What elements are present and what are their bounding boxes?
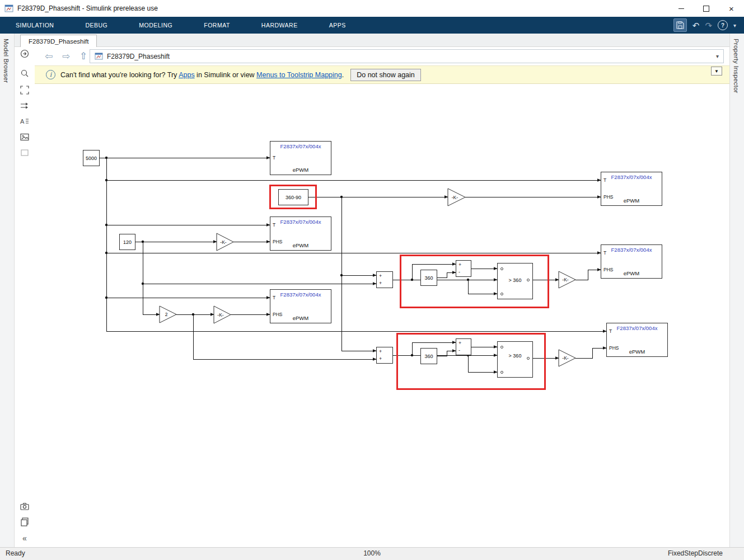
epwm-title: F2837x/07x/004x	[270, 291, 331, 298]
constant-block[interactable]: 360	[420, 348, 437, 364]
sum-block[interactable]: ++	[376, 347, 393, 364]
triangle-down-icon: ▼	[714, 69, 719, 74]
constant-value: 5000	[86, 156, 97, 161]
palette-toolbar: A «	[15, 47, 35, 547]
notification-middle: in Simulink or view	[195, 71, 256, 79]
signal-wire[interactable]	[468, 355, 497, 372]
auto-arrange-icon[interactable]	[17, 99, 32, 112]
menus-mapping-link[interactable]: Menus to Toolstrip Mapping	[256, 71, 342, 79]
toolstrip-tab-simulation[interactable]: SIMULATION	[0, 17, 69, 34]
breadcrumb-dropdown-icon[interactable]: ▾	[716, 53, 719, 59]
help-icon[interactable]: ?	[718, 20, 728, 30]
model-canvas[interactable]: -K--K--K-2-K--K-5000360-90120360360F2837…	[35, 84, 729, 547]
sum-sign: -	[458, 270, 460, 275]
undo-icon[interactable]: ↶	[692, 21, 700, 30]
up-button[interactable]: ⇧	[76, 49, 91, 63]
signal-wire[interactable]	[575, 270, 601, 280]
toolstrip-tab-apps[interactable]: APPS	[313, 17, 362, 34]
constant-value: 360-90	[286, 195, 301, 200]
epwm-block[interactable]: F2837x/07x/004xTPHSePWM	[606, 323, 668, 357]
info-icon: i	[46, 70, 55, 79]
capture-copy-icon[interactable]	[17, 515, 32, 529]
do-not-show-again-button[interactable]: Do not show again	[350, 69, 421, 81]
signal-wire[interactable]	[341, 197, 376, 275]
help-dropdown-icon[interactable]: ▾	[733, 22, 736, 29]
property-inspector-label: Property Inspector	[733, 39, 740, 93]
signal-wire[interactable]	[437, 272, 456, 277]
epwm-label: ePWM	[270, 315, 331, 321]
epwm-block[interactable]: F2837x/07x/004xTPHSePWM	[601, 244, 662, 279]
property-inspector-panel[interactable]: Property Inspector	[729, 34, 744, 547]
fit-to-view-icon[interactable]	[17, 83, 32, 97]
junction-dot	[105, 179, 107, 181]
back-button[interactable]: ⇦	[41, 49, 56, 63]
simulink-model-icon	[4, 4, 13, 13]
constant-block[interactable]: 360-90	[278, 189, 308, 205]
notification-text: Can't find what you're looking for? Try …	[60, 71, 344, 79]
apps-link[interactable]: Apps	[179, 71, 195, 79]
signal-wire[interactable]	[468, 280, 497, 294]
notification-prefix: Can't find what you're looking for? Try	[60, 71, 179, 79]
forward-button[interactable]: ⇨	[59, 49, 73, 63]
gain-label: -K-	[562, 277, 569, 283]
minimize-icon	[679, 8, 684, 9]
annotation-icon[interactable]: A	[17, 115, 32, 128]
zoom-level: 100%	[0, 549, 744, 557]
port-label-t: T	[273, 155, 275, 161]
notification-collapse-button[interactable]: ▼	[711, 67, 722, 76]
toolstrip-tab-debug[interactable]: DEBUG	[69, 17, 123, 34]
constant-block[interactable]: 120	[119, 234, 135, 250]
switch-port-marker	[500, 293, 503, 295]
toolstrip-tab-format[interactable]: FORMAT	[188, 17, 246, 34]
constant-block[interactable]: 5000	[83, 150, 100, 166]
switch-block[interactable]: > 360	[497, 341, 533, 378]
toolstrip-tab-hardware[interactable]: HARDWARE	[246, 17, 313, 34]
epwm-block[interactable]: F2837x/07x/004xTPHSePWM	[601, 172, 662, 206]
constant-value: 120	[123, 239, 132, 245]
save-button[interactable]	[673, 18, 687, 32]
collapse-toolbar-icon[interactable]: «	[17, 531, 32, 545]
hide-model-browser-icon[interactable]	[17, 47, 32, 60]
epwm-title: F2837x/07x/004x	[601, 174, 662, 180]
breadcrumb-path: F28379D_Phaseshift	[107, 53, 170, 60]
breadcrumb[interactable]: F28379D_Phaseshift ▾	[90, 49, 724, 63]
zoom-icon[interactable]	[17, 67, 32, 80]
model-browser-panel[interactable]: Model Browser	[0, 34, 15, 547]
port-label-t: T	[603, 177, 606, 183]
epwm-block[interactable]: F2837x/07x/004xTPHSePWM	[270, 217, 331, 251]
sum-block[interactable]: +-	[456, 260, 471, 277]
image-icon[interactable]	[17, 130, 32, 144]
constant-value: 360	[424, 275, 433, 281]
close-button[interactable]: ×	[719, 0, 744, 17]
junction-dot	[340, 196, 343, 198]
sum-block[interactable]: ++	[376, 271, 393, 288]
constant-block[interactable]: 360	[420, 270, 437, 286]
maximize-button[interactable]	[694, 0, 719, 17]
signal-wire[interactable]	[341, 275, 376, 351]
back-icon: ⇦	[45, 50, 53, 62]
epwm-title: F2837x/07x/004x	[270, 143, 331, 149]
sum-block[interactable]: +-	[456, 338, 471, 355]
title-bar: F28379D_Phaseshift - Simulink prerelease…	[0, 0, 744, 17]
breadcrumb-bar: ⇦ ⇨ ⇧ F28379D_Phaseshift ▾	[35, 47, 729, 65]
redo-icon[interactable]: ↷	[705, 21, 712, 30]
toolstrip-tab-modeling[interactable]: MODELING	[123, 17, 188, 34]
simulink-window: F28379D_Phaseshift - Simulink prerelease…	[0, 0, 744, 560]
port-label-t: T	[273, 295, 275, 300]
viewmarks-camera-icon[interactable]	[17, 500, 32, 513]
area-icon[interactable]	[17, 146, 32, 159]
solver-name[interactable]: FixedStepDiscrete	[668, 549, 723, 557]
signal-wire[interactable]	[575, 348, 606, 358]
document-tab[interactable]: F28379D_Phaseshift	[20, 35, 97, 48]
gain-label: -K-	[220, 239, 227, 245]
switch-block[interactable]: > 360	[497, 263, 533, 299]
window-controls: ×	[668, 0, 744, 17]
wiring-layer: -K--K--K-2-K--K-	[35, 84, 729, 547]
epwm-title: F2837x/07x/004x	[601, 247, 662, 253]
minimize-button[interactable]	[668, 0, 694, 17]
gain-block[interactable]	[160, 306, 176, 323]
model-browser-label: Model Browser	[3, 39, 10, 83]
epwm-block[interactable]: F2837x/07x/004xTPHSePWM	[270, 289, 331, 323]
epwm-label: ePWM	[270, 167, 331, 173]
epwm-block[interactable]: F2837x/07x/004xTePWM	[270, 141, 331, 175]
